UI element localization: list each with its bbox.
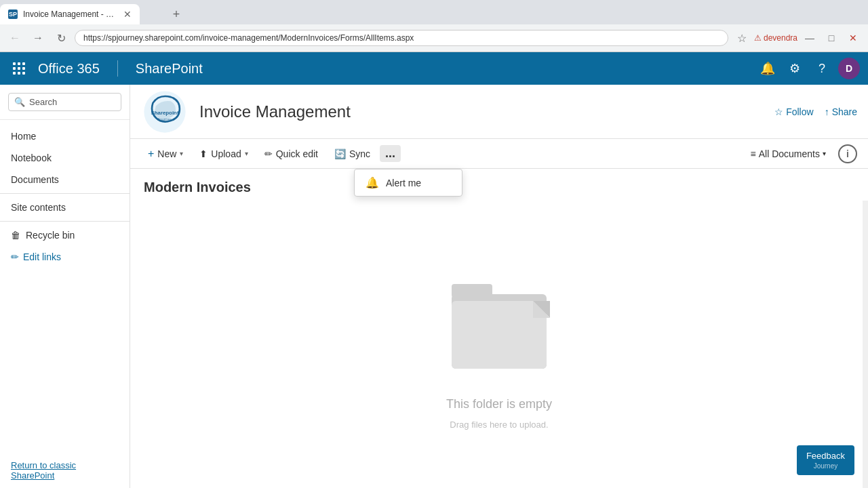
minimize-button[interactable]: — — [800, 28, 819, 47]
sidebar-item-notebook[interactable]: Notebook — [0, 147, 130, 169]
share-label: Share — [832, 106, 857, 117]
new-chevron-icon: ▾ — [180, 150, 183, 157]
browser-action-icons: ☆ ⚠ devendra — □ ✕ — [732, 28, 863, 47]
more-button[interactable]: ... — [380, 145, 401, 162]
list-view-icon: ≡ — [751, 148, 756, 159]
sidebar-nav-items: Home Notebook Documents Site contents 🗑 … — [0, 120, 130, 273]
home-label: Home — [11, 131, 36, 142]
all-docs-chevron-icon: ▾ — [823, 150, 826, 157]
refresh-button[interactable]: ↻ — [52, 28, 71, 47]
address-input[interactable] — [75, 30, 728, 46]
site-logo-svg: Sharepoint Journey — [141, 88, 189, 136]
follow-star-icon: ☆ — [774, 106, 783, 117]
back-button[interactable]: ← — [5, 28, 24, 47]
tab-title: Invoice Management - M... — [23, 9, 118, 19]
topnav-right-actions: 🔔 ⚙ ? D — [757, 58, 860, 79]
search-icon: 🔍 — [14, 97, 25, 107]
edit-links-label: Edit links — [23, 251, 61, 262]
new-tab-button[interactable]: + — [167, 5, 186, 24]
share-icon: ↑ — [825, 106, 829, 117]
all-docs-label: All Documents — [759, 148, 820, 159]
site-logo: Sharepoint Journey — [141, 88, 189, 136]
info-icon: i — [846, 148, 849, 159]
follow-label: Follow — [786, 106, 813, 117]
document-library-toolbar: + New ▾ ⬆ Upload ▾ ✏ Quick edit 🔄 Sync — [130, 139, 868, 169]
top-navigation: Office 365 SharePoint 🔔 ⚙ ? D — [0, 52, 868, 85]
sync-icon: 🔄 — [334, 148, 346, 159]
site-header-actions: ☆ Follow ↑ Share — [774, 106, 857, 117]
nav-separator — [0, 193, 130, 194]
svg-text:Sharepoint: Sharepoint — [151, 109, 178, 115]
browser-tab-empty[interactable] — [140, 4, 167, 24]
main-content: Sharepoint Journey Invoice Management ☆ … — [130, 85, 868, 488]
vertical-scrollbar[interactable] — [863, 201, 868, 488]
user-avatar[interactable]: D — [838, 58, 860, 79]
brand-separator — [117, 60, 118, 77]
info-button[interactable]: i — [838, 144, 857, 163]
site-title: Invoice Management — [199, 102, 351, 121]
return-classic-link[interactable]: Return to classic SharePoint — [0, 452, 130, 488]
maximize-button[interactable]: □ — [822, 28, 841, 47]
list-title: Modern Invoices — [144, 180, 854, 195]
waffle-icon — [13, 62, 25, 75]
feedback-logo: Journey — [806, 462, 845, 470]
sidebar-item-home[interactable]: Home — [0, 125, 130, 147]
sidebar-item-site-contents[interactable]: Site contents — [0, 197, 130, 218]
share-button[interactable]: ↑ Share — [825, 106, 857, 117]
upload-chevron-icon: ▾ — [245, 150, 248, 157]
toolbar-right: ≡ All Documents ▾ i — [744, 144, 857, 163]
site-contents-label: Site contents — [11, 202, 66, 213]
feedback-label: Feedback — [806, 451, 845, 461]
alert-me-option[interactable]: 🔔 Alert me — [355, 169, 462, 196]
recycle-bin-link[interactable]: 🗑 Recycle bin — [0, 224, 130, 246]
svg-rect-4 — [452, 284, 492, 298]
quick-edit-label: Quick edit — [276, 148, 318, 159]
quick-edit-pencil-icon: ✏ — [264, 148, 273, 159]
new-plus-icon: + — [148, 148, 154, 160]
alert-bell-icon: 🔔 — [366, 176, 379, 189]
empty-folder-state: This folder is empty Drag files here to … — [445, 260, 553, 430]
waffle-menu-button[interactable] — [8, 58, 30, 79]
notification-button[interactable]: 🔔 — [757, 58, 778, 79]
sidebar-search-area: 🔍 Search — [0, 85, 130, 120]
tab-close-button[interactable]: ✕ — [123, 9, 132, 20]
office365-label[interactable]: Office 365 — [38, 61, 100, 77]
edit-links-button[interactable]: ✏ Edit links — [0, 246, 130, 268]
search-label: Search — [29, 97, 57, 107]
recycle-bin-label: Recycle bin — [26, 230, 75, 241]
upload-button[interactable]: ⬆ Upload ▾ — [193, 144, 254, 163]
follow-button[interactable]: ☆ Follow — [774, 106, 813, 117]
svg-text:Journey: Journey — [157, 117, 173, 121]
document-library-body: This folder is empty Drag files here to … — [130, 201, 868, 488]
browser-chrome: SP Invoice Management - M... ✕ + ← → ↻ ☆… — [0, 0, 868, 52]
sync-button[interactable]: 🔄 Sync — [328, 144, 377, 163]
upload-label: Upload — [211, 148, 241, 159]
feedback-button[interactable]: Feedback Journey — [797, 445, 854, 475]
new-button[interactable]: + New ▾ — [141, 144, 190, 164]
empty-folder-subtext: Drag files here to upload. — [450, 420, 548, 430]
sidebar-search-button[interactable]: 🔍 Search — [8, 93, 121, 111]
browser-tab-bar: SP Invoice Management - M... ✕ + — [0, 0, 868, 24]
quick-edit-button[interactable]: ✏ Quick edit — [258, 144, 325, 163]
svg-rect-5 — [452, 301, 547, 369]
forward-button[interactable]: → — [28, 28, 47, 47]
browser-tab-active[interactable]: SP Invoice Management - M... ✕ — [0, 4, 140, 24]
recycle-bin-icon: 🗑 — [11, 230, 20, 241]
empty-folder-icon — [445, 260, 553, 389]
tab-favicon: SP — [8, 9, 18, 19]
more-dots-icon: ... — [385, 146, 395, 161]
close-window-button[interactable]: ✕ — [844, 28, 863, 47]
settings-button[interactable]: ⚙ — [784, 58, 806, 79]
more-dropdown-popup: 🔔 Alert me — [354, 169, 462, 197]
nav-separator-2 — [0, 221, 130, 222]
sync-label: Sync — [349, 148, 370, 159]
error-indicator: ⚠ devendra — [754, 33, 797, 43]
help-button[interactable]: ? — [811, 58, 833, 79]
view-options-button[interactable]: ≡ All Documents ▾ — [744, 144, 833, 163]
bookmark-icon[interactable]: ☆ — [732, 28, 751, 47]
sidebar-item-documents[interactable]: Documents — [0, 169, 130, 190]
sharepoint-label[interactable]: SharePoint — [136, 61, 203, 77]
main-area: 🔍 Search Home Notebook Documents Site co… — [0, 85, 868, 488]
new-label: New — [157, 148, 176, 159]
alert-me-label: Alert me — [386, 178, 421, 188]
